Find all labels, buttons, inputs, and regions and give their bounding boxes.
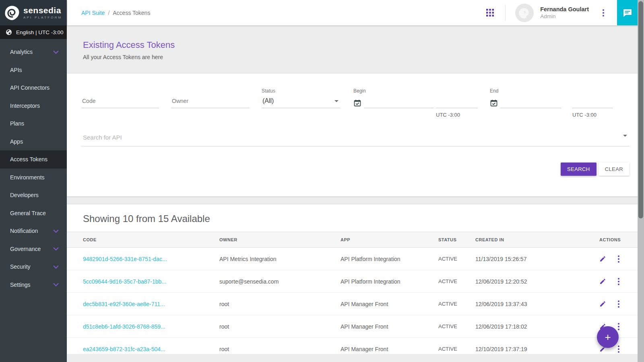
row-kebab-menu-icon[interactable] <box>617 322 621 331</box>
owner-field <box>171 88 250 108</box>
code-field <box>81 88 159 108</box>
sidebar-item-label: Developers <box>10 192 39 198</box>
edit-pencil-icon[interactable] <box>599 278 606 285</box>
token-code-link[interactable]: 5cc09644-9d16-35c7-ba87-1bb... <box>83 278 166 285</box>
table-row: d51c8eb6-1afd-3026-8768-859... root API … <box>67 315 644 338</box>
token-created: 12/10/2019 17:37:19 <box>475 346 576 352</box>
clear-button[interactable]: CLEAR <box>599 162 630 176</box>
begin-date-input[interactable] <box>364 98 434 108</box>
user-info: Fernanda Goulart Admin <box>540 6 589 20</box>
sidebar-item-api-connectors[interactable]: API Connectors <box>0 79 67 97</box>
table-row: 5cc09644-9d16-35c7-ba87-1bb... suporte@s… <box>67 270 644 293</box>
sidebar-item-label: Security <box>10 263 31 270</box>
row-kebab-menu-icon[interactable] <box>617 254 621 264</box>
edit-pencil-icon[interactable] <box>599 255 606 262</box>
table-row: dec5b831-e92f-360e-ae8e-711... root API … <box>67 293 644 315</box>
filters-panel: Status (All) Begin <box>67 74 644 196</box>
page-title: Existing Access Tokens <box>83 40 644 50</box>
token-app: API Manager Front <box>341 323 438 330</box>
topbar-divider <box>505 5 506 21</box>
search-button[interactable]: SEARCH <box>561 162 597 176</box>
sidebar-item-notification[interactable]: Notification <box>0 222 67 240</box>
sidebar-item-analytics[interactable]: Analytics <box>0 43 67 61</box>
results-panel: Showing 10 from 15 Available CODE OWNER … <box>67 204 644 354</box>
column-header-created: CREATED IN <box>475 237 576 242</box>
scrollbar-thumb[interactable] <box>638 1 643 218</box>
sidebar-item-plans[interactable]: Plans <box>0 115 67 133</box>
token-code-link[interactable]: ea243659-b872-31fc-a23a-504... <box>83 346 165 352</box>
begin-label: Begin <box>353 88 434 94</box>
token-code-link[interactable]: dec5b831-e92f-360e-ae8e-711... <box>83 301 165 307</box>
column-header-owner: OWNER <box>219 237 341 242</box>
token-owner: root <box>219 323 341 330</box>
chevron-down-icon <box>53 229 59 233</box>
token-status: ACTIVE <box>438 278 475 284</box>
sidebar-item-developers[interactable]: Developers <box>0 186 67 204</box>
api-search-input[interactable] <box>81 134 630 146</box>
results-summary: Showing 10 from 15 Available <box>67 204 644 232</box>
end-date-input[interactable] <box>500 98 561 108</box>
begin-time-input[interactable] <box>436 97 478 108</box>
table-row: ea243659-b872-31fc-a23a-504... root API … <box>67 338 644 360</box>
breadcrumb-api-suite[interactable]: API Suite <box>81 10 105 16</box>
row-kebab-menu-icon[interactable] <box>617 277 621 286</box>
breadcrumb-separator: / <box>108 10 109 16</box>
chevron-down-icon <box>53 247 59 251</box>
sidebar-item-label: General Trace <box>10 210 46 216</box>
calendar-check-icon[interactable] <box>353 99 361 107</box>
sidebar-item-access-tokens[interactable]: Access Tokens <box>0 150 67 169</box>
sidebar-item-governance[interactable]: Governance <box>0 240 67 258</box>
sidebar-item-label: Governance <box>10 246 41 252</box>
token-owner: root <box>219 301 341 307</box>
locale-label: English | UTC -3:00 <box>16 29 64 35</box>
chat-button[interactable] <box>617 0 638 25</box>
sidebar-item-settings[interactable]: Settings <box>0 276 67 294</box>
add-token-button[interactable]: + <box>597 326 619 348</box>
sidebar-item-general-trace[interactable]: General Trace <box>0 204 67 222</box>
token-app: API Platform Integration <box>341 256 438 262</box>
brand-logo: sensedia API PLATFORM <box>0 0 67 25</box>
token-status: ACTIVE <box>438 256 475 262</box>
avatar[interactable] <box>515 4 534 22</box>
sidebar-item-label: Settings <box>10 282 31 288</box>
page-header: Existing Access Tokens All your Access T… <box>67 25 644 74</box>
sidebar-item-label: Analytics <box>10 49 33 55</box>
page-subtitle: All your Access Tokens are here <box>83 54 644 60</box>
apps-grid-icon[interactable] <box>486 9 494 16</box>
token-app: API Platform Integration <box>341 278 438 285</box>
locale-selector[interactable]: English | UTC -3:00 <box>0 25 67 39</box>
column-header-actions: ACTIONS <box>576 237 644 242</box>
calendar-check-icon[interactable] <box>490 99 498 107</box>
token-status: ACTIVE <box>438 323 475 329</box>
token-status: ACTIVE <box>438 346 475 352</box>
status-field: Status (All) <box>262 88 340 108</box>
filter-actions: SEARCH CLEAR <box>81 162 630 176</box>
user-menu-kebab-icon[interactable] <box>601 8 606 18</box>
end-label: End <box>490 88 561 94</box>
token-created: 12/06/2019 17:18:02 <box>475 323 576 330</box>
end-time-input[interactable] <box>572 97 613 108</box>
caret-down-icon[interactable] <box>623 135 627 137</box>
row-kebab-menu-icon[interactable] <box>617 344 621 354</box>
page-scrollbar[interactable] <box>638 0 644 362</box>
code-input[interactable] <box>81 98 159 108</box>
token-code-link[interactable]: d51c8eb6-1afd-3026-8768-859... <box>83 323 165 330</box>
table-row: 9482901d-5266-331e-8751-dac... API Metri… <box>67 248 644 270</box>
main-area: API Suite / Access Tokens <box>67 0 644 362</box>
sidebar-item-environments[interactable]: Environments <box>0 169 67 187</box>
status-select[interactable]: (All) <box>262 97 340 108</box>
sidebar-item-apps[interactable]: Apps <box>0 133 67 151</box>
sidebar-item-security[interactable]: Security <box>0 258 67 276</box>
end-date-field: End <box>490 88 561 108</box>
sidebar-item-interceptors[interactable]: Interceptors <box>0 97 67 115</box>
owner-input[interactable] <box>171 98 250 108</box>
edit-pencil-icon[interactable] <box>599 300 606 307</box>
status-label: Status <box>262 88 340 94</box>
begin-time-field: UTC -3:00 <box>436 88 478 108</box>
sidebar-item-apis[interactable]: APIs <box>0 61 67 79</box>
row-kebab-menu-icon[interactable] <box>617 299 621 309</box>
token-owner: API Metrics Integration <box>219 256 341 262</box>
token-code-link[interactable]: 9482901d-5266-331e-8751-dac... <box>83 256 167 262</box>
column-header-app: APP <box>341 237 438 242</box>
token-status: ACTIVE <box>438 301 475 307</box>
